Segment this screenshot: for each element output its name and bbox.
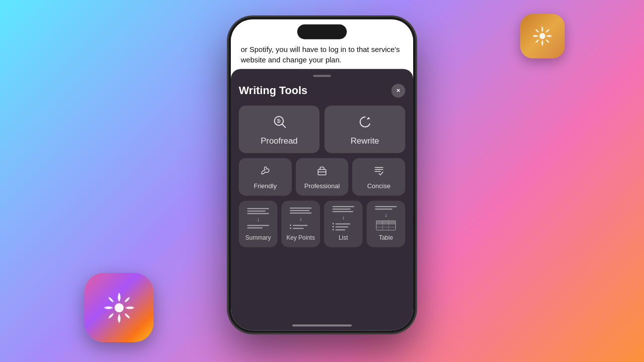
flower-icon-top — [530, 24, 555, 49]
tone-actions-row: Friendly Professional — [239, 158, 405, 196]
close-icon: × — [396, 87, 400, 94]
key-points-icon: ↓ — [288, 206, 314, 231]
professional-button[interactable]: Professional — [296, 158, 349, 196]
icon-badge-bottom — [84, 273, 154, 342]
table-icon: ↓ — [373, 206, 399, 231]
concise-label: Concise — [367, 182, 390, 190]
rewrite-icon — [358, 114, 372, 131]
icon-badge-top — [520, 14, 565, 58]
proofread-button[interactable]: Proofread — [239, 105, 320, 153]
sheet-title: Writing Tools — [239, 84, 308, 97]
professional-icon — [317, 165, 327, 178]
content-text: or Spotify, you will have to log in to t… — [241, 45, 400, 64]
friendly-button[interactable]: Friendly — [239, 158, 292, 196]
flower-icon-bottom — [100, 289, 138, 327]
phone-screen: or Spotify, you will have to log in to t… — [231, 19, 413, 330]
rewrite-label: Rewrite — [351, 136, 379, 146]
phone-wrapper: or Spotify, you will have to log in to t… — [228, 16, 416, 333]
key-points-button[interactable]: ↓ — [281, 201, 320, 247]
close-button[interactable]: × — [391, 84, 405, 98]
svg-line-2 — [282, 124, 285, 127]
proofread-icon — [272, 114, 286, 131]
summary-label: Summary — [245, 234, 270, 241]
ai-icon-bottom — [84, 273, 154, 342]
dynamic-island — [297, 24, 347, 39]
home-indicator — [292, 324, 352, 326]
key-points-label: Key Points — [286, 234, 315, 241]
table-label: Table — [379, 234, 393, 241]
writing-tools-sheet: Writing Tools × — [231, 69, 413, 330]
sheet-header: Writing Tools × — [239, 84, 405, 98]
svg-point-0 — [539, 33, 545, 39]
table-button[interactable]: ↓ — [367, 201, 405, 247]
svg-point-11 — [114, 303, 123, 312]
list-button[interactable]: ↓ — [324, 201, 363, 247]
list-label: List — [339, 234, 348, 241]
concise-button[interactable]: Concise — [352, 158, 405, 196]
format-actions-row: ↓ Summary — [239, 201, 405, 247]
summary-button[interactable]: ↓ Summary — [239, 201, 277, 247]
concise-icon — [374, 165, 384, 178]
phone-device: or Spotify, you will have to log in to t… — [228, 16, 416, 333]
friendly-icon — [260, 165, 270, 178]
summary-icon: ↓ — [245, 206, 271, 231]
rewrite-button[interactable]: Rewrite — [324, 105, 405, 153]
friendly-label: Friendly — [254, 182, 276, 190]
proofread-label: Proofread — [261, 136, 298, 146]
sheet-handle — [313, 75, 331, 77]
list-icon: ↓ — [330, 206, 356, 231]
main-actions-row: Proofread Rewrite — [239, 105, 405, 153]
ai-icon-top — [520, 14, 565, 58]
professional-label: Professional — [304, 182, 340, 190]
